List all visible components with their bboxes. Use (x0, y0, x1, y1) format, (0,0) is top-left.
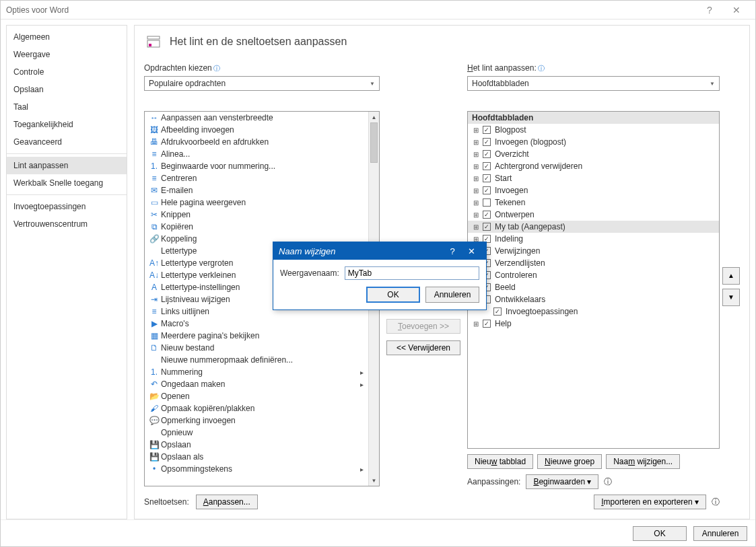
scroll-down-icon[interactable]: ▼ (369, 475, 379, 486)
expand-icon[interactable]: ⊞ (472, 139, 480, 146)
command-item[interactable]: 🖼Afbeelding invoegen (145, 124, 368, 136)
command-item[interactable]: ↔Aanpassen aan vensterbreedte (145, 112, 368, 124)
sidebar-item-opslaan[interactable]: Opslaan (7, 81, 127, 98)
new-tab-button[interactable]: Nieuw tabblad (467, 454, 533, 469)
ribbon-tab-item[interactable]: ⊞✓Invoegen (blogpost) (468, 136, 719, 148)
info-icon[interactable]: ⓘ (604, 476, 612, 488)
command-item[interactable]: Nieuwe nummeropmaak definiëren... (145, 354, 368, 366)
sidebar-item-invoegtoepassingen[interactable]: Invoegtoepassingen (7, 198, 127, 215)
command-item[interactable]: 🖶Afdrukvoorbeeld en afdrukken (145, 136, 368, 148)
import-export-dropdown[interactable]: Importeren en exporteren ▾ (594, 495, 706, 509)
modal-cancel-button[interactable]: Annuleren (425, 287, 479, 303)
new-group-button[interactable]: Nieuwe groep (537, 454, 602, 469)
remove-button[interactable]: << Verwijderen (386, 340, 460, 355)
command-item[interactable]: ▶Macro's (145, 318, 368, 330)
rename-button[interactable]: Naam wijzigen... (606, 454, 680, 469)
command-item[interactable]: ▦Meerdere pagina's bekijken (145, 330, 368, 342)
command-item[interactable]: 💬Opmerking invoegen (145, 414, 368, 427)
help-icon[interactable]: ? (696, 1, 723, 20)
command-item[interactable]: 1.Nummering▸ (145, 366, 368, 378)
command-item[interactable]: ⧉Kopiëren (145, 221, 368, 233)
display-name-input[interactable] (345, 266, 479, 280)
sidebar-item-werkbalk-snelle-toegang[interactable]: Werkbalk Snelle toegang (7, 174, 127, 192)
ribbon-tab-item[interactable]: ⊞✓Ontwerpen (468, 209, 719, 221)
ribbon-tab-item[interactable]: ⊞✓Start (468, 172, 719, 184)
expand-icon[interactable]: ⊞ (472, 223, 480, 231)
checkbox[interactable]: ✓ (483, 174, 491, 182)
modal-ok-button[interactable]: OK (366, 287, 420, 303)
expand-icon[interactable]: ⊞ (472, 126, 480, 134)
command-item[interactable]: 💾Opslaan als (145, 451, 368, 463)
checkbox[interactable]: ✓ (483, 320, 491, 328)
checkbox[interactable]: ✓ (483, 138, 491, 146)
ribbon-tab-item[interactable]: ⊞✓Indeling (468, 233, 719, 245)
command-item[interactable]: 1.Beginwaarde voor nummering... (145, 160, 368, 172)
command-item[interactable]: •Opsommingstekens▸ (145, 463, 368, 475)
command-item[interactable]: 🗋Nieuw bestand (145, 342, 368, 354)
ribbon-tab-item[interactable]: ⊞✓Achtergrond verwijderen (468, 160, 719, 172)
ok-button[interactable]: OK (633, 526, 687, 541)
commands-source-dropdown[interactable]: Populaire opdrachten ▼ (144, 76, 380, 91)
modal-help-icon[interactable]: ? (443, 246, 462, 256)
ribbon-tab-item[interactable]: ✓Invoegtoepassingen (468, 305, 719, 318)
cancel-button[interactable]: Annuleren (693, 526, 747, 541)
command-item[interactable]: Opnieuw (145, 427, 368, 439)
expand-icon[interactable]: ⊞ (472, 187, 480, 194)
ribbon-target-dropdown[interactable]: Hoofdtabbladen ▼ (467, 76, 720, 91)
expand-icon[interactable]: ⊞ (472, 163, 480, 170)
info-icon[interactable]: ⓘ (538, 65, 545, 72)
ribbon-tab-item[interactable]: ⊞Ontwikkelaars (468, 293, 719, 305)
checkbox[interactable]: ✓ (493, 307, 502, 316)
info-icon[interactable]: ⓘ (712, 497, 720, 508)
ribbon-tab-item[interactable]: ⊞✓Controleren (468, 269, 719, 281)
command-item[interactable]: ✉E-mailen (145, 184, 368, 196)
expand-icon[interactable]: ⊞ (472, 175, 480, 182)
expand-icon[interactable]: ⊞ (472, 151, 480, 158)
ribbon-tab-item[interactable]: ⊞✓Verwijzingen (468, 245, 719, 257)
info-icon[interactable]: ⓘ (213, 65, 220, 72)
ribbon-tab-item[interactable]: ⊞✓Verzendlijsten (468, 257, 719, 269)
sidebar-item-weergave[interactable]: Weergave (7, 46, 127, 63)
checkbox[interactable]: ✓ (483, 150, 491, 158)
ribbon-tab-item[interactable]: ⊞✓Invoegen (468, 184, 719, 196)
ribbon-tree[interactable]: Hoofdtabbladen ⊞✓Blogpost⊞✓Invoegen (blo… (467, 111, 720, 449)
command-item[interactable]: 📂Openen (145, 390, 368, 402)
move-up-button[interactable]: ▲ (722, 267, 740, 285)
command-item[interactable]: ↶Ongedaan maken▸ (145, 378, 368, 390)
sidebar-item-lint-aanpassen[interactable]: Lint aanpassen (7, 157, 127, 174)
scroll-up-icon[interactable]: ▲ (369, 112, 379, 122)
checkbox[interactable]: ✓ (483, 126, 491, 134)
command-item[interactable]: 💾Opslaan (145, 439, 368, 451)
scroll-thumb[interactable] (370, 122, 378, 163)
sidebar-item-geavanceerd[interactable]: Geavanceerd (7, 133, 127, 151)
command-item[interactable]: 🖌Opmaak kopiëren/plakken (145, 402, 368, 414)
checkbox[interactable]: ✓ (483, 162, 491, 170)
move-down-button[interactable]: ▼ (722, 289, 740, 306)
command-item[interactable]: ≡Centreren (145, 172, 368, 184)
customize-shortcuts-button[interactable]: Aanpassen... (196, 495, 258, 509)
expand-icon[interactable]: ⊞ (472, 199, 480, 207)
command-item[interactable]: ≡Alinea... (145, 148, 368, 160)
sidebar-item-algemeen[interactable]: Algemeen (7, 28, 127, 46)
checkbox[interactable] (483, 198, 491, 207)
command-item[interactable]: ✂Knippen (145, 209, 368, 221)
sidebar-item-controle[interactable]: Controle (7, 63, 127, 81)
ribbon-tab-item[interactable]: ⊞✓Overzicht (468, 148, 719, 160)
sidebar-item-taal[interactable]: Taal (7, 98, 127, 116)
ribbon-tab-item[interactable]: ⊞✓Blogpost (468, 124, 719, 136)
ribbon-tab-item[interactable]: ⊞✓Beeld (468, 281, 719, 293)
modal-close-icon[interactable]: ✕ (462, 246, 481, 256)
expand-icon[interactable]: ⊞ (472, 211, 480, 219)
sidebar-item-vertrouwenscentrum[interactable]: Vertrouwenscentrum (7, 215, 127, 233)
add-button[interactable]: Toevoegen >> (386, 319, 460, 334)
expand-icon[interactable]: ⊞ (472, 320, 480, 328)
close-icon[interactable]: ✕ (723, 1, 750, 20)
checkbox[interactable]: ✓ (483, 211, 491, 219)
command-item[interactable]: ▭Hele pagina weergeven (145, 196, 368, 209)
reset-dropdown[interactable]: Beginwaarden ▾ (526, 474, 598, 489)
ribbon-tab-item[interactable]: ⊞✓My tab (Aangepast) (468, 221, 719, 233)
ribbon-tab-item[interactable]: ⊞Tekenen (468, 196, 719, 209)
ribbon-tab-item[interactable]: ⊞✓Help (468, 318, 719, 330)
checkbox[interactable]: ✓ (483, 223, 491, 231)
checkbox[interactable]: ✓ (483, 186, 491, 194)
